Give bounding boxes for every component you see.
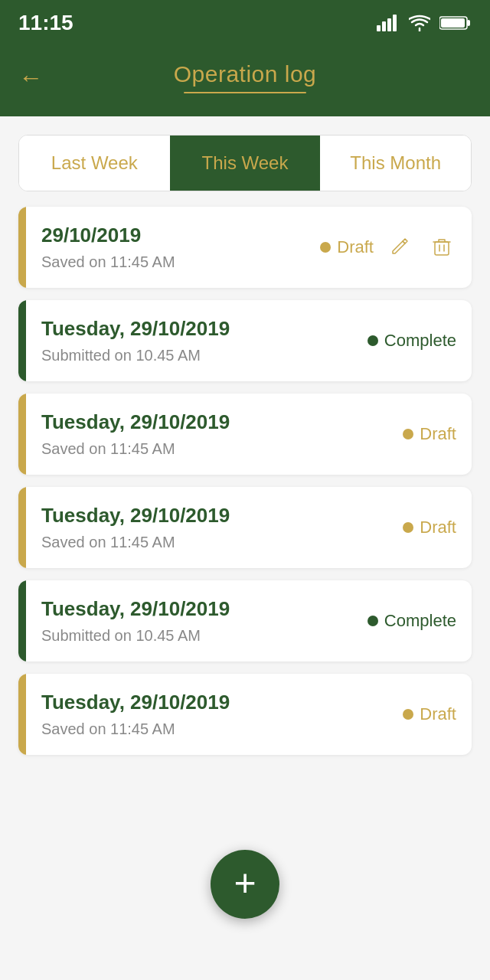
card-accent [18,300,26,381]
status-label: Draft [420,704,456,724]
signal-icon [377,15,400,31]
status-dot [403,429,413,439]
status-badge: Draft [403,704,456,724]
add-icon: + [234,864,256,902]
card-date: Tuesday, 29/10/2019 [41,410,230,434]
status-dot [368,335,378,346]
card-actions: Draft [403,704,456,724]
log-card: Tuesday, 29/10/2019 Submitted on 10.45 A… [18,300,472,381]
log-card: Tuesday, 29/10/2019 Saved on 11:45 AM Dr… [18,674,472,755]
card-sub: Saved on 11:45 AM [41,720,230,738]
card-sub: Submitted on 10.45 AM [41,347,230,364]
status-bar: 11:15 [0,0,490,46]
svg-rect-6 [441,18,465,28]
log-card: Tuesday, 29/10/2019 Submitted on 10.45 A… [18,580,472,662]
status-time: 11:15 [18,11,74,35]
card-body: 29/10/2019 Saved on 11:45 AM Draft [26,207,472,288]
status-label: Draft [337,237,374,257]
add-button[interactable]: + [211,850,279,919]
status-dot [403,709,413,720]
tab-this-week[interactable]: This Week [170,136,321,191]
card-actions: Draft [320,231,456,263]
back-button[interactable]: ← [18,64,43,92]
delete-icon[interactable] [427,231,456,263]
status-badge: Complete [368,611,456,631]
card-actions: Draft [403,424,456,444]
card-sub: Saved on 11:45 AM [41,440,230,458]
card-accent [18,580,26,662]
card-body: Tuesday, 29/10/2019 Saved on 11:45 AM Dr… [26,674,472,755]
card-accent [18,394,26,475]
page-title: Operation log [174,61,317,87]
card-sub: Saved on 11:45 AM [41,253,175,271]
card-info: Tuesday, 29/10/2019 Saved on 11:45 AM [41,504,230,551]
card-date: Tuesday, 29/10/2019 [41,504,230,528]
card-body: Tuesday, 29/10/2019 Submitted on 10.45 A… [26,300,472,381]
status-icons [377,15,472,31]
svg-rect-5 [467,20,470,26]
svg-rect-0 [377,25,381,31]
status-badge: Draft [403,518,456,537]
card-sub: Submitted on 10.45 AM [41,627,230,645]
back-arrow-icon: ← [18,64,43,91]
status-label: Complete [384,611,456,631]
status-badge: Draft [320,237,374,257]
tab-last-week[interactable]: Last Week [19,136,170,191]
card-info: Tuesday, 29/10/2019 Saved on 11:45 AM [41,691,230,738]
card-accent [18,207,26,288]
svg-rect-2 [387,18,391,31]
svg-rect-7 [435,242,449,255]
status-label: Draft [420,424,456,444]
status-dot [320,242,331,253]
svg-rect-1 [382,21,386,31]
card-info: Tuesday, 29/10/2019 Submitted on 10.45 A… [41,317,230,364]
status-label: Complete [384,331,456,351]
header: ← Operation log [0,46,490,116]
card-actions: Complete [368,331,456,351]
title-underline [184,92,306,93]
card-body: Tuesday, 29/10/2019 Saved on 11:45 AM Dr… [26,487,472,568]
edit-icon[interactable] [386,231,415,263]
card-sub: Saved on 11:45 AM [41,534,230,551]
card-date: Tuesday, 29/10/2019 [41,317,230,341]
card-date: Tuesday, 29/10/2019 [41,691,230,714]
header-title-container: Operation log [174,61,317,93]
log-card: Tuesday, 29/10/2019 Saved on 11:45 AM Dr… [18,394,472,475]
card-body: Tuesday, 29/10/2019 Saved on 11:45 AM Dr… [26,394,472,475]
battery-icon [439,15,472,31]
log-list: 29/10/2019 Saved on 11:45 AM Draft [0,191,490,847]
card-info: 29/10/2019 Saved on 11:45 AM [41,224,175,271]
tab-this-month[interactable]: This Month [320,136,471,191]
log-card: 29/10/2019 Saved on 11:45 AM Draft [18,207,472,288]
status-dot [403,522,413,533]
card-date: 29/10/2019 [41,224,175,247]
card-info: Tuesday, 29/10/2019 Submitted on 10.45 A… [41,597,230,645]
wifi-icon [409,15,430,31]
status-label: Draft [420,518,456,537]
svg-rect-3 [393,15,397,31]
card-actions: Complete [368,611,456,631]
card-date: Tuesday, 29/10/2019 [41,597,230,621]
log-card: Tuesday, 29/10/2019 Saved on 11:45 AM Dr… [18,487,472,568]
status-badge: Complete [368,331,456,351]
card-info: Tuesday, 29/10/2019 Saved on 11:45 AM [41,410,230,458]
card-accent [18,487,26,568]
status-dot [368,616,378,626]
status-badge: Draft [403,424,456,444]
card-actions: Draft [403,518,456,537]
card-accent [18,674,26,755]
card-body: Tuesday, 29/10/2019 Submitted on 10.45 A… [26,580,472,662]
tab-bar: Last Week This Week This Month [18,135,472,191]
